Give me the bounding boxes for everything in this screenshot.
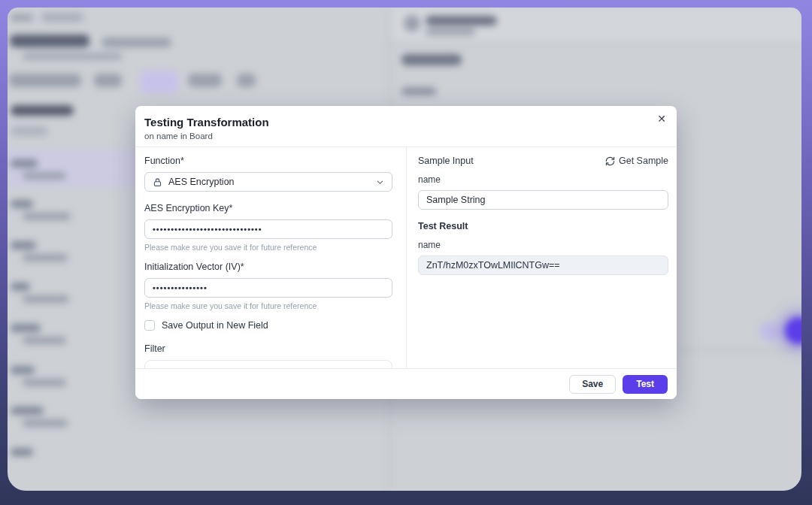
- blurred-list-label: [11, 200, 33, 208]
- aes-key-field[interactable]: [144, 219, 392, 239]
- panel-divider: [389, 42, 801, 44]
- save-output-row: Save Output in New Field: [144, 320, 392, 331]
- result-field-name: name: [418, 240, 668, 250]
- sample-column: Sample Input Get Sample name Test Result…: [418, 156, 668, 275]
- blurred-list-label: [11, 241, 36, 249]
- blurred-list-sub: [23, 254, 68, 262]
- test-result-field[interactable]: [418, 256, 668, 275]
- close-icon[interactable]: ✕: [657, 113, 666, 124]
- blurred-action-circle-primary: [785, 317, 801, 344]
- blurred-search-box: [11, 126, 48, 136]
- blurred-list-label: [11, 159, 38, 168]
- blurred-action-circle: [759, 322, 779, 341]
- dialog-title: Testing Transformation: [144, 116, 663, 129]
- blurred-panel-subtitle: [426, 29, 475, 35]
- dialog-footer: Save Test: [135, 368, 677, 399]
- blurred-tab: [9, 74, 81, 87]
- blurred-list-sub: [23, 172, 66, 180]
- filter-label: Filter: [144, 343, 392, 354]
- blurred-list-sub: [23, 419, 68, 427]
- sample-input-field[interactable]: [418, 190, 668, 210]
- blurred-panel-heading: [401, 54, 462, 65]
- blurred-section-heading: [11, 105, 74, 116]
- sample-input-row: Sample Input Get Sample: [418, 156, 668, 166]
- sample-input-label: Sample Input: [418, 156, 474, 166]
- blurred-panel-title: [426, 16, 497, 26]
- blurred-list-label: [11, 448, 33, 456]
- function-selected-value: AES Encryption: [168, 177, 235, 187]
- save-button[interactable]: Save: [569, 375, 616, 394]
- blurred-tab: [237, 74, 256, 87]
- blurred-list-label: [11, 366, 35, 374]
- blurred-list-label: [11, 407, 44, 415]
- blurred-list-sub: [23, 213, 71, 220]
- dialog-header: Testing Transformation on name in Board …: [135, 106, 677, 147]
- blurred-list-sub: [23, 379, 66, 386]
- blurred-breadcrumb: [11, 14, 33, 21]
- iv-helper-text: Please make sure you save it for future …: [144, 301, 392, 310]
- iv-field[interactable]: [144, 278, 392, 298]
- refresh-icon: [605, 156, 615, 166]
- dialog-subtitle: on name in Board: [144, 132, 663, 141]
- aes-key-label: AES Encryption Key*: [144, 203, 392, 213]
- save-output-checkbox[interactable]: [144, 320, 155, 331]
- get-sample-button[interactable]: Get Sample: [605, 156, 668, 166]
- function-label: Function*: [144, 156, 392, 166]
- config-column: Function* AES Encryption AES Encryption …: [144, 156, 392, 395]
- testing-transformation-dialog: Testing Transformation on name in Board …: [135, 106, 677, 399]
- blurred-list-label: [11, 324, 41, 332]
- blurred-tab: [94, 74, 122, 87]
- blurred-list-sub: [23, 337, 66, 344]
- blurred-page-title: [10, 35, 89, 47]
- blurred-tab-active: [140, 71, 179, 93]
- blurred-title-badge: [102, 38, 171, 47]
- blurred-panel-icon: [404, 15, 420, 32]
- function-select[interactable]: AES Encryption: [144, 172, 392, 192]
- blurred-list-label: [11, 283, 30, 291]
- aes-key-helper-text: Please make sure you save it for future …: [144, 243, 392, 252]
- column-divider: [406, 147, 407, 368]
- blurred-tab: [188, 74, 222, 87]
- test-button[interactable]: Test: [623, 375, 668, 394]
- blurred-list-sub: [23, 295, 69, 303]
- save-output-label: Save Output in New Field: [162, 320, 268, 331]
- chevron-down-icon: [376, 178, 384, 186]
- blurred-panel-label: [401, 87, 436, 95]
- blurred-subtitle: [23, 53, 122, 60]
- iv-label: Initialization Vector (IV)*: [144, 262, 392, 272]
- get-sample-label: Get Sample: [619, 156, 668, 166]
- sample-field-name: name: [418, 174, 668, 185]
- lock-icon: [153, 177, 162, 187]
- test-result-label: Test Result: [418, 221, 668, 231]
- blurred-breadcrumb: [41, 13, 83, 22]
